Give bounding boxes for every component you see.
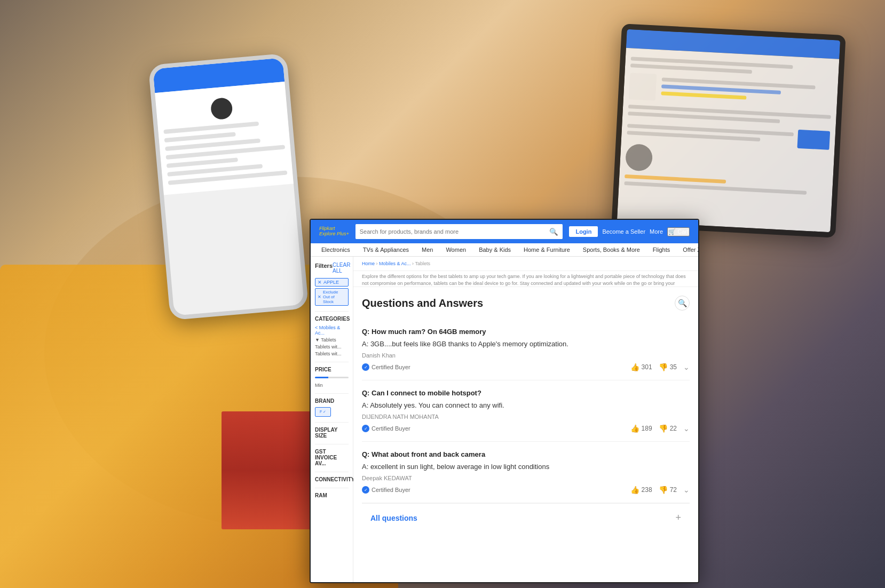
flipkart-panel: Flipkart Explore Plus+ 🔍 Login Become a …: [310, 219, 699, 583]
filter-section-price: PRICE Min: [315, 362, 349, 388]
search-button[interactable]: 🔍: [545, 224, 563, 239]
filter-gst-title: GST INVOICE AV...: [315, 449, 349, 466]
filters-panel: Filters CLEAR ALL ✕ APPLE ✕ Exclude Out …: [311, 257, 353, 582]
qa-votes-3: 👍 238 👎 72 ⌄: [630, 486, 690, 494]
downvote-count-2: 22: [670, 425, 677, 432]
upvote-2[interactable]: 👍 189: [630, 424, 652, 433]
qa-item-3: Q: What about front and back camera A: e…: [362, 442, 690, 503]
thumbdown-icon-1: 👎: [659, 363, 668, 371]
filter-section-brand: BRAND F ✓: [315, 393, 349, 417]
certified-label-1: Certified Buyer: [372, 364, 410, 370]
qa-answer-1: A: 3GB....but feels like 8GB thanks to A…: [362, 340, 690, 348]
flipkart-navbar: Flipkart Explore Plus+ 🔍 Login Become a …: [311, 220, 698, 243]
breadcrumb-mobiles[interactable]: Mobiles & Ac...: [379, 261, 411, 266]
upvote-count-3: 238: [642, 486, 652, 494]
filter-tablets-item1[interactable]: Tablets wit...: [315, 344, 349, 349]
category-nav: Electronics TVs & Appliances Men Women B…: [311, 243, 698, 257]
category-tvs[interactable]: TVs & Appliances: [363, 247, 409, 253]
downvote-2[interactable]: 👎 22: [659, 424, 677, 433]
all-questions-link[interactable]: All questions: [370, 514, 417, 522]
phone-icon: [210, 97, 233, 120]
page-body: Filters CLEAR ALL ✕ APPLE ✕ Exclude Out …: [311, 257, 698, 582]
close-icon-2[interactable]: ✕: [318, 295, 321, 299]
thumbup-icon-1: 👍: [630, 363, 639, 371]
upvote-count-2: 189: [642, 425, 652, 432]
filter-tablets-item2[interactable]: Tablets wit...: [315, 351, 349, 356]
certified-badge-3: ✓ Certified Buyer: [362, 486, 410, 494]
filter-tablets-link[interactable]: ▼ Tablets: [315, 337, 349, 343]
chevron-down-icon-1[interactable]: ⌄: [683, 363, 690, 371]
certified-label-2: Certified Buyer: [372, 425, 410, 432]
qa-header: Questions and Answers 🔍: [362, 296, 690, 311]
breadcrumb-tablets: Tablets: [415, 261, 430, 266]
login-button[interactable]: Login: [569, 226, 598, 237]
category-women[interactable]: Women: [446, 247, 466, 253]
qa-user-2: DIJENDRA NATH MOHANTA: [362, 414, 690, 420]
qa-question-3: Q: What about front and back camera: [362, 450, 690, 458]
upvote-3[interactable]: 👍 238: [630, 486, 652, 494]
flipkart-logo: Flipkart Explore Plus+: [319, 226, 349, 237]
upvote-1[interactable]: 👍 301: [630, 363, 652, 371]
tablet-device: [611, 23, 846, 237]
certified-badge-1: ✓ Certified Buyer: [362, 363, 410, 371]
qa-title: Questions and Answers: [362, 297, 483, 309]
breadcrumb-home[interactable]: Home: [362, 261, 375, 266]
filter-section-display: DISPLAY SIZE: [315, 422, 349, 439]
qa-answer-3: A: excellent in sun light, below average…: [362, 463, 690, 471]
category-flights[interactable]: Flights: [653, 247, 670, 253]
add-question-icon[interactable]: +: [675, 512, 681, 523]
certified-badge-2: ✓ Certified Buyer: [362, 425, 410, 432]
phone-device: [148, 53, 309, 321]
category-men[interactable]: Men: [422, 247, 433, 253]
filter-tag-apple[interactable]: ✕ APPLE: [315, 278, 349, 287]
thumbdown-icon-2: 👎: [659, 424, 668, 433]
assured-badge: F ✓: [315, 407, 331, 417]
filter-brand-title: BRAND: [315, 398, 349, 404]
filter-section-gst: GST INVOICE AV...: [315, 444, 349, 466]
certified-check-icon-3: ✓: [362, 486, 369, 494]
chevron-down-icon-3[interactable]: ⌄: [683, 486, 690, 494]
qa-answer-2: A: Absolutely yes. You can connect to an…: [362, 401, 690, 409]
category-electronics[interactable]: Electronics: [321, 247, 350, 253]
breadcrumb: Home › Mobiles & Ac... › Tablets: [353, 257, 698, 271]
filter-connectivity-title: CONNECTIVITY: [315, 476, 349, 482]
filters-title: Filters: [315, 263, 333, 269]
category-home[interactable]: Home & Furniture: [524, 247, 570, 253]
category-sports[interactable]: Sports, Books & More: [583, 247, 640, 253]
become-seller-button[interactable]: Become a Seller: [602, 228, 645, 235]
qa-footer-3: ✓ Certified Buyer 👍 238 👎 72: [362, 486, 690, 494]
thumbup-icon-3: 👍: [630, 486, 639, 494]
qa-votes-1: 👍 301 👎 35 ⌄: [630, 363, 690, 371]
cart-button[interactable]: 🛒 Cart: [667, 227, 690, 236]
more-button[interactable]: More: [650, 228, 663, 235]
certified-check-icon-1: ✓: [362, 363, 369, 371]
downvote-3[interactable]: 👎 72: [659, 486, 677, 494]
chevron-down-icon-2[interactable]: ⌄: [683, 424, 690, 433]
qa-search-icon[interactable]: 🔍: [675, 296, 690, 311]
clear-all-button[interactable]: CLEAR ALL: [333, 262, 350, 274]
qa-question-2: Q: Can I connect to mobile hotspot?: [362, 389, 690, 397]
tablet-screen-content: [617, 48, 839, 232]
qa-section: Questions and Answers 🔍 Q: How much ram?…: [353, 287, 698, 541]
downvote-count-3: 72: [670, 486, 677, 494]
filter-display-title: DISPLAY SIZE: [315, 427, 349, 439]
qa-footer-2: ✓ Certified Buyer 👍 189 👎 22: [362, 424, 690, 433]
qa-item-1: Q: How much ram? On 64GB memory A: 3GB..…: [362, 319, 690, 380]
downvote-1[interactable]: 👎 35: [659, 363, 677, 371]
filter-ram-title: RAM: [315, 492, 349, 498]
all-questions-row: All questions +: [362, 503, 690, 532]
phone-line-1: [164, 122, 259, 134]
certified-check-icon-2: ✓: [362, 425, 369, 432]
qa-user-1: Danish Khan: [362, 352, 690, 359]
certified-label-3: Certified Buyer: [372, 487, 410, 493]
filter-mobiles-link[interactable]: < Mobiles & Ac...: [315, 325, 349, 336]
close-icon[interactable]: ✕: [318, 280, 322, 285]
category-baby[interactable]: Baby & Kids: [479, 247, 511, 253]
nav-buttons: Login Become a Seller More 🛒 Cart: [569, 226, 690, 237]
qa-votes-2: 👍 189 👎 22 ⌄: [630, 424, 690, 433]
category-offers[interactable]: Offer Zone: [683, 247, 699, 253]
search-input[interactable]: [355, 224, 546, 239]
price-slider[interactable]: [315, 377, 349, 378]
filter-tag-stock[interactable]: ✕ Exclude Out of Stock: [315, 288, 349, 306]
filter-price-title: PRICE: [315, 367, 349, 372]
